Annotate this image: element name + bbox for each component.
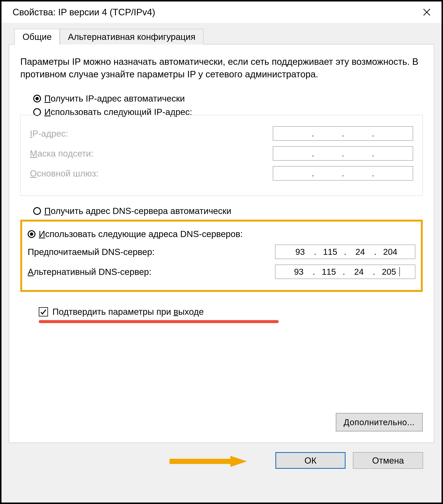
group-ip: IP-адрес: ... Маска подсети: ... Основно… [20, 115, 423, 196]
title-bar: Свойства: IP версии 4 (TCP/IPv4) [1, 1, 442, 23]
radio-dns-auto-label: Получить адрес DNS-сервера автоматически [44, 206, 231, 216]
label-subnet-mask: Маска подсети: [30, 148, 93, 159]
window-title: Свойства: IP версии 4 (TCP/IPv4) [13, 7, 155, 18]
tab-general[interactable]: Общие [14, 29, 60, 44]
input-subnet-mask: ... [273, 146, 413, 161]
annotation-red-underline [39, 320, 279, 323]
radio-dns-auto-row[interactable]: Получить адрес DNS-сервера автоматически [33, 206, 423, 216]
close-button[interactable] [419, 5, 434, 19]
close-icon [423, 8, 431, 17]
row-ip-address: IP-адрес: ... [30, 126, 413, 141]
input-gateway: ... [273, 166, 413, 180]
svg-marker-3 [230, 456, 247, 467]
tab-bar: Общие Альтернативная конфигурация [14, 28, 434, 44]
cancel-button[interactable]: Отмена [353, 452, 423, 469]
input-dns-preferred[interactable]: 93. 115. 24. 204 [275, 245, 415, 259]
tabpage-general: Параметры IP можно назначать автоматичес… [9, 44, 434, 443]
input-dns-alt[interactable]: 93. 115. 24. 205 [275, 265, 415, 279]
dialog-footer: ОК Отмена [9, 443, 434, 469]
ok-button[interactable]: ОК [275, 452, 346, 469]
label-gateway: Основной шлюз: [30, 168, 98, 179]
radio-dns-manual-label: Использовать следующие адреса DNS-сервер… [39, 229, 243, 239]
checkbox-validate-label: Подтвердить параметры при выходе [53, 307, 204, 317]
radio-ip-auto[interactable] [33, 95, 41, 103]
annotation-arrow [169, 456, 247, 467]
radio-ip-auto-label: Получить IP-адрес автоматически [44, 93, 185, 104]
label-dns-alt: Альтернативный DNS-сервер: [28, 267, 151, 277]
advanced-button[interactable]: Дополнительно... [336, 413, 423, 432]
checkbox-validate[interactable] [39, 307, 48, 316]
row-dns-alt: Альтернативный DNS-сервер: 93. 115. 24. … [28, 265, 415, 279]
dialog-body: Общие Альтернативная конфигурация Параме… [1, 23, 442, 476]
checkbox-validate-row[interactable]: Подтвердить параметры при выходе [39, 307, 423, 317]
radio-dns-auto[interactable] [33, 207, 41, 215]
input-ip-address: ... [273, 126, 413, 141]
row-subnet-mask: Маска подсети: ... [30, 146, 413, 161]
radio-ip-auto-row[interactable]: Получить IP-адрес автоматически [33, 93, 423, 104]
annotation-dns-highlight: Использовать следующие адреса DNS-сервер… [20, 220, 423, 292]
radio-dns-manual[interactable] [28, 230, 35, 238]
intro-text: Параметры IP можно назначать автоматичес… [20, 55, 423, 80]
row-dns-preferred: Предпочитаемый DNS-сервер: 93. 115. 24. … [28, 245, 415, 259]
tab-alternate-config[interactable]: Альтернативная конфигурация [60, 29, 204, 44]
radio-dns-manual-row[interactable]: Использовать следующие адреса DNS-сервер… [28, 229, 415, 239]
text-caret [399, 267, 400, 276]
checkmark-icon [40, 308, 47, 316]
label-ip-address: IP-адрес: [30, 128, 68, 139]
row-gateway: Основной шлюз: ... [30, 166, 413, 180]
label-dns-preferred: Предпочитаемый DNS-сервер: [28, 247, 155, 257]
